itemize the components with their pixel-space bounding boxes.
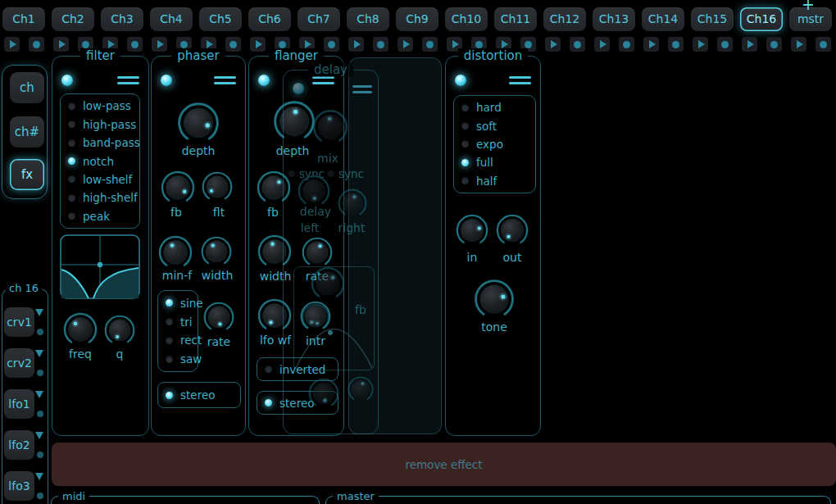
q-knob[interactable] [103,314,136,347]
tab-Ch1[interactable]: Ch1 [2,7,45,31]
menu-icon[interactable] [214,76,236,88]
play-button[interactable] [398,37,413,52]
modulator-dot [37,452,43,458]
modulator-lfo3[interactable]: lfo3 [4,471,34,501]
out-knob[interactable] [495,213,529,247]
tab-Ch16[interactable]: Ch16 [740,7,783,31]
distortion-power-led[interactable] [455,75,466,86]
filter-response-pad[interactable] [60,234,140,299]
freq-knob[interactable] [62,311,98,347]
option-low-shelf[interactable]: low-shelf [68,173,139,186]
radio-label: notch [83,155,114,168]
play-button[interactable] [348,37,364,52]
dropdown-triangle-icon[interactable] [35,350,43,357]
record-button[interactable] [29,37,44,52]
option-sine[interactable]: sine [166,297,198,310]
option-peak[interactable]: peak [68,210,139,223]
record-button[interactable] [717,37,733,52]
checkbox-dot [265,366,272,373]
option-tri[interactable]: tri [166,316,198,329]
dropdown-triangle-icon[interactable] [35,309,43,316]
record-button[interactable] [422,37,438,52]
option-low-pass[interactable]: low-pass [68,99,139,112]
in-knob[interactable] [455,213,489,247]
stereo-toggle[interactable]: stereo [157,382,241,408]
tab-Ch11[interactable]: Ch11 [494,7,537,31]
play-button[interactable] [742,37,757,52]
ghost-knob [301,302,330,332]
menu-icon[interactable] [509,76,531,88]
record-button[interactable] [619,37,634,52]
tab-Ch3[interactable]: Ch3 [101,7,143,31]
remove-effect-button[interactable]: remove effect [52,443,836,486]
tab-Ch4[interactable]: Ch4 [150,7,193,31]
modulator-crv1[interactable]: crv1 [4,307,34,337]
view-tab-ch[interactable]: ch [10,72,44,103]
play-triangle [747,40,754,48]
tab-Ch8[interactable]: Ch8 [347,7,389,31]
tab-Ch6[interactable]: Ch6 [248,7,291,31]
view-tab-fx[interactable]: fx [10,159,44,190]
record-button[interactable] [766,37,782,52]
mix-knob [311,108,349,146]
option-high-pass[interactable]: high-pass [68,118,139,131]
tab-Ch14[interactable]: Ch14 [642,7,684,31]
record-button[interactable] [668,37,684,52]
filter-power-led[interactable] [61,75,73,86]
option-full[interactable]: full [461,156,535,169]
flt-knob[interactable] [201,170,234,203]
phaser-power-led[interactable] [161,75,172,86]
dropdown-triangle-icon[interactable] [35,473,43,480]
option-soft[interactable]: soft [461,120,535,133]
depth-knob[interactable] [176,101,220,145]
option-notch[interactable]: notch [68,155,139,168]
modulator-crv2[interactable]: crv2 [4,348,34,378]
tab-Ch13[interactable]: Ch13 [593,7,635,31]
menu-icon[interactable] [117,76,139,88]
option-band-pass[interactable]: band-pass [68,136,139,149]
flanger-power-led[interactable] [258,75,270,86]
option-half[interactable]: half [461,175,535,188]
tab-Ch2[interactable]: Ch2 [52,7,94,31]
option-hard[interactable]: hard [461,101,535,114]
tab-Ch12[interactable]: Ch12 [543,7,586,31]
play-button[interactable] [4,37,20,52]
width-knob[interactable] [200,235,233,268]
option-saw[interactable]: saw [166,352,198,366]
knob-label: q [95,347,144,361]
play-button[interactable] [643,37,659,52]
play-button[interactable] [545,37,561,52]
play-button[interactable] [594,37,610,52]
tab-Ch5[interactable]: Ch5 [199,7,242,31]
play-button[interactable] [791,37,806,52]
play-button[interactable] [693,37,708,52]
master-group: master [325,496,831,504]
radio-label: tri [180,316,193,329]
fb-knob[interactable] [160,170,196,206]
min-f-knob[interactable] [157,234,193,270]
radio-dot [68,102,75,110]
phaser-panel: phaser depth fb flt min-f width sinetrir… [151,56,246,436]
option-rect[interactable]: rect [166,334,198,347]
record-button[interactable] [570,37,585,52]
dropdown-triangle-icon[interactable] [35,391,43,398]
tab-Ch7[interactable]: Ch7 [298,7,340,31]
record-button[interactable] [816,37,831,52]
tab-Ch15[interactable]: Ch15 [691,7,734,31]
record-dot [770,41,778,48]
tab-Ch9[interactable]: Ch9 [396,7,438,31]
view-tab-chnum[interactable]: ch# [10,116,44,148]
knob-label: depth [174,144,223,157]
record-button[interactable] [373,37,388,52]
midi-group: midi [51,496,320,504]
option-expo[interactable]: expo [461,138,535,151]
rate-knob[interactable] [202,301,235,334]
delay-panel-ghost[interactable]: delay mix sync sync delay left right fb [283,64,379,434]
modulator-lfo1[interactable]: lfo1 [4,389,34,419]
tone-knob[interactable] [473,278,516,320]
modulator-lfo2[interactable]: lfo2 [4,430,34,460]
checkbox-label: stereo [180,388,215,402]
tab-Ch10[interactable]: Ch10 [445,7,488,31]
dropdown-triangle-icon[interactable] [35,432,43,439]
option-high-shelf[interactable]: high-shelf [68,191,139,204]
